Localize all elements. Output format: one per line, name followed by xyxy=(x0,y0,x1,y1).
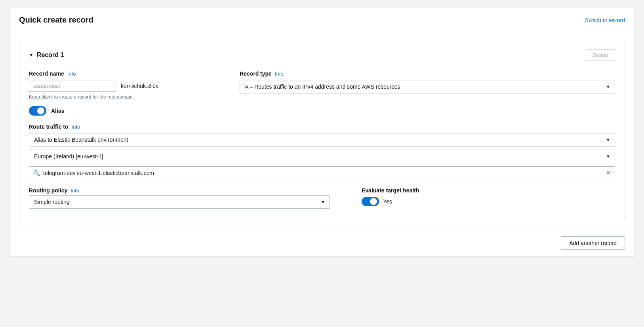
switch-to-wizard-link[interactable]: Switch to wizard xyxy=(585,17,625,23)
evaluate-toggle-slider xyxy=(362,197,379,206)
alias-label: Alias xyxy=(51,108,64,114)
evaluate-target-health-label: Evaluate target health xyxy=(362,187,419,194)
footer-row: Add another record xyxy=(10,230,634,256)
route-traffic-section: Route traffic to Info Alias to Elastic B… xyxy=(29,124,615,179)
evaluate-toggle-row: Yes xyxy=(362,197,419,206)
record-type-select[interactable]: A – Routes traffic to an IPv4 address an… xyxy=(240,80,615,93)
route-destination-select[interactable]: Alias to Elastic Beanstalk environmentAl… xyxy=(29,133,615,146)
record-type-group: Record type Info A – Routes traffic to a… xyxy=(240,70,615,100)
routing-policy-label: Routing policy xyxy=(29,187,67,194)
record-name-label: Record name xyxy=(29,70,64,77)
record-title-row: ▼ Record 1 xyxy=(29,51,64,59)
record-title: Record 1 xyxy=(37,51,64,59)
record-type-select-wrapper: A – Routes traffic to an IPv4 address an… xyxy=(240,80,615,93)
alias-toggle-slider xyxy=(29,106,46,116)
record-name-label-row: Record name Info xyxy=(29,70,227,77)
page-header: Quick create record Switch to wizard xyxy=(10,8,634,31)
record-name-helper: Keep blank to create a record for the ro… xyxy=(29,94,227,100)
record-header: ▼ Record 1 Delete xyxy=(29,49,615,61)
add-another-record-button[interactable]: Add another record xyxy=(561,236,625,250)
evaluate-toggle[interactable] xyxy=(362,197,379,206)
endpoint-search-row: 🔍 ✕ xyxy=(29,166,615,179)
search-icon: 🔍 xyxy=(33,170,40,176)
record-name-group: Record name Info korniichuk.click Keep b… xyxy=(29,70,227,100)
evaluate-yes-label: Yes xyxy=(383,198,392,205)
record-section: ▼ Record 1 Delete Record name Info korni… xyxy=(19,41,625,220)
alias-toggle[interactable] xyxy=(29,106,46,116)
record-type-label-row: Record type Info xyxy=(240,70,615,77)
page-container: Quick create record Switch to wizard ▼ R… xyxy=(9,8,635,257)
alias-row: Alias xyxy=(29,106,615,116)
clear-icon[interactable]: ✕ xyxy=(606,169,611,177)
routing-policy-select[interactable]: Simple routingFailoverGeolocationGeoprox… xyxy=(29,195,330,209)
collapse-icon[interactable]: ▼ xyxy=(29,52,34,58)
routing-policy-select-wrapper: Simple routingFailoverGeolocationGeoprox… xyxy=(29,195,330,209)
route-traffic-label: Route traffic to xyxy=(29,124,69,130)
routing-policy-group: Routing policy Info Simple routingFailov… xyxy=(29,187,330,209)
routing-evaluate-row: Routing policy Info Simple routingFailov… xyxy=(29,187,615,209)
record-name-input[interactable] xyxy=(29,80,116,92)
page-title: Quick create record xyxy=(19,15,93,25)
domain-text: korniichuk.click xyxy=(121,83,158,89)
route-destination-wrapper: Alias to Elastic Beanstalk environmentAl… xyxy=(29,133,615,146)
record-type-label: Record type xyxy=(240,70,272,77)
route-region-select[interactable]: US East (N. Virginia) [us-east-1]US West… xyxy=(29,150,615,163)
route-traffic-label-row: Route traffic to Info xyxy=(29,124,615,130)
route-traffic-info-link[interactable]: Info xyxy=(72,124,80,130)
record-name-type-row: Record name Info korniichuk.click Keep b… xyxy=(29,70,615,100)
record-name-input-row: korniichuk.click xyxy=(29,80,227,92)
record-type-info-link[interactable]: Info xyxy=(275,71,284,77)
content-area: ▼ Record 1 Delete Record name Info korni… xyxy=(10,31,634,230)
evaluate-target-health-group: Evaluate target health Yes xyxy=(362,187,419,206)
endpoint-search-input[interactable] xyxy=(43,170,606,176)
record-name-info-link[interactable]: Info xyxy=(67,71,76,77)
routing-policy-info-link[interactable]: Info xyxy=(70,188,79,194)
delete-button[interactable]: Delete xyxy=(586,49,615,61)
routing-policy-label-row: Routing policy Info xyxy=(29,187,330,194)
route-region-wrapper: US East (N. Virginia) [us-east-1]US West… xyxy=(29,150,615,163)
